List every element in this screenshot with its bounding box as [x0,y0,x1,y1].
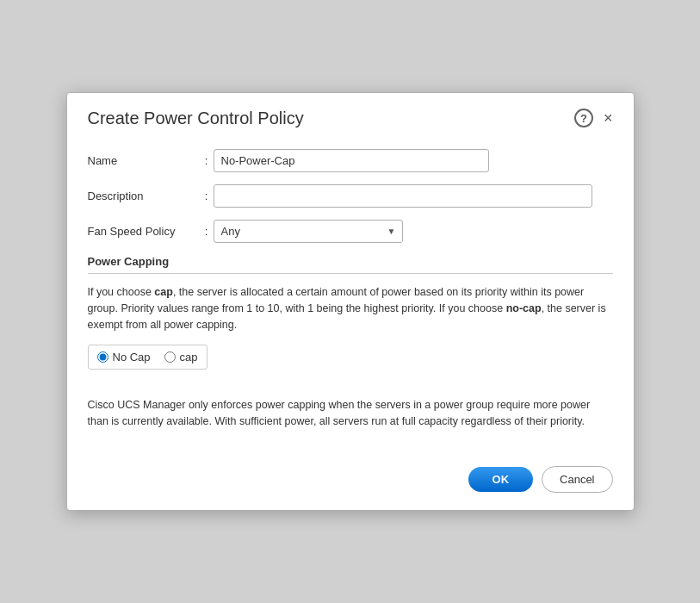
radio-no-cap-text: No Cap [113,351,151,364]
bottom-info-text: Cisco UCS Manager only enforces power ca… [88,397,613,431]
dialog-header-icons: ? × [574,109,616,127]
description-field-wrapper [214,184,613,208]
dialog-title: Create Power Control Policy [88,109,304,128]
section-divider [88,273,613,274]
fan-speed-row: Fan Speed Policy : Any Low Power Balance… [88,220,613,243]
name-field-wrapper [214,149,613,172]
name-label: Name [88,154,200,167]
fan-speed-select[interactable]: Any Low Power Balanced Performance High … [214,220,403,243]
name-colon: : [200,154,214,167]
fan-speed-field-wrapper: Any Low Power Balanced Performance High … [214,220,613,243]
description-label: Description [88,190,200,202]
radio-cap[interactable] [164,351,176,363]
fan-speed-colon: : [200,225,214,238]
power-capping-section: Power Capping [88,255,613,268]
cancel-button[interactable]: Cancel [542,466,612,493]
name-row: Name : [88,149,613,172]
info-text-part1: If you choose [88,286,155,298]
create-power-control-policy-dialog: Create Power Control Policy ? × Name : D… [66,92,635,512]
power-capping-title: Power Capping [88,255,613,268]
no-cap-bold: no-cap [506,302,542,314]
description-row: Description : [88,184,613,208]
dialog-body: Name : Description : Fan Speed Policy : … [67,140,634,455]
dialog-footer: OK Cancel [67,454,634,510]
radio-cap-label[interactable]: cap [164,351,198,364]
description-input[interactable] [214,184,592,208]
radio-group: No Cap cap [88,345,208,370]
radio-group-container: No Cap cap [88,345,613,383]
fan-speed-select-wrapper: Any Low Power Balanced Performance High … [214,220,403,243]
help-button[interactable]: ? [574,109,593,127]
fan-speed-label: Fan Speed Policy [88,225,200,238]
cap-bold: cap [154,286,173,298]
dialog-header: Create Power Control Policy ? × [67,93,634,140]
description-colon: : [200,190,214,202]
close-button[interactable]: × [600,109,616,127]
power-capping-info: If you choose cap, the server is allocat… [88,284,613,334]
name-input[interactable] [214,149,489,172]
radio-cap-text: cap [180,351,198,364]
radio-no-cap-label[interactable]: No Cap [97,351,151,364]
radio-no-cap[interactable] [97,351,108,363]
ok-button[interactable]: OK [468,467,534,492]
